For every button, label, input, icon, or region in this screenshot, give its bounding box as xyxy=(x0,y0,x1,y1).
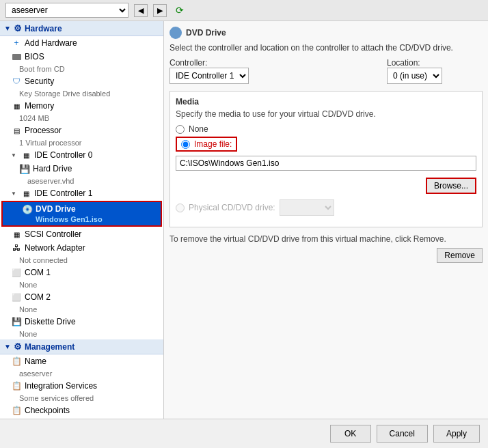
sidebar-item-integration-services[interactable]: 📋 Integration Services xyxy=(0,379,163,393)
sidebar-item-name-value[interactable]: aseserver xyxy=(0,368,163,379)
left-panel: ▼ ⚙ Hardware + Add Hardware BIOS Boot fr… xyxy=(0,21,164,419)
dvd-drive-icon: 💿 xyxy=(22,204,33,214)
bios-icon xyxy=(11,51,22,62)
sidebar-item-key-storage[interactable]: Key Storage Drive disabled xyxy=(0,88,163,99)
sidebar-item-diskette-none[interactable]: None xyxy=(0,328,163,339)
name-value-label: aseserver xyxy=(19,369,52,378)
checkpoints-label: Checkpoints xyxy=(25,406,70,415)
processor-icon: ▤ xyxy=(11,125,22,136)
forward-button[interactable]: ▶ xyxy=(153,4,167,17)
image-file-radio-row: Image file: xyxy=(176,137,237,152)
panel-description: Select the controller and location on th… xyxy=(170,43,483,53)
scsi-icon: ▦ xyxy=(11,229,22,240)
controller-select[interactable]: IDE Controller 1 IDE Controller 0 xyxy=(170,68,249,84)
physical-drive-select xyxy=(280,199,334,216)
apply-button[interactable]: Apply xyxy=(433,425,480,443)
sidebar-item-ide-controller-0[interactable]: ▼ ▦ IDE Controller 0 xyxy=(0,148,163,162)
scsi-label: SCSI Controller xyxy=(25,229,81,239)
sidebar-item-add-hardware[interactable]: + Add Hardware xyxy=(0,36,163,50)
refresh-button[interactable]: ⟳ xyxy=(172,3,187,17)
key-storage-label: Key Storage Drive disabled xyxy=(19,89,110,98)
memory-label: Memory xyxy=(25,101,54,111)
diskette-none-label: None xyxy=(19,330,37,338)
management-section-header[interactable]: ▼ ⚙ Management xyxy=(0,339,163,354)
ide0-expand-icon: ▼ xyxy=(11,152,18,158)
sidebar-item-security[interactable]: 🛡 Security xyxy=(0,74,163,88)
ide0-label: IDE Controller 0 xyxy=(34,150,92,160)
browse-button[interactable]: Browse... xyxy=(426,178,476,194)
dvd-drive-label: DVD Drive xyxy=(36,204,76,214)
sidebar-item-hard-drive[interactable]: 💾 Hard Drive xyxy=(0,162,163,176)
none-radio[interactable] xyxy=(176,125,185,134)
browse-btn-row: Browse... xyxy=(176,178,476,194)
sidebar-item-com1-none[interactable]: None xyxy=(0,279,163,290)
ide0-icon: ▦ xyxy=(21,150,31,160)
management-icon: ⚙ xyxy=(14,341,22,352)
sidebar-item-network-adapter[interactable]: 🖧 Network Adapter xyxy=(0,241,163,255)
hard-drive-label: Hard Drive xyxy=(33,164,72,173)
image-file-radio-label[interactable]: Image file: xyxy=(194,139,232,149)
right-panel: DVD Drive Select the controller and loca… xyxy=(164,21,488,419)
sidebar-item-memory-size[interactable]: 1024 MB xyxy=(0,113,163,124)
physical-row: Physical CD/DVD drive: xyxy=(176,199,476,216)
sidebar-item-processor[interactable]: ▤ Processor xyxy=(0,124,163,137)
remove-button[interactable]: Remove xyxy=(437,248,483,263)
com1-label: COM 1 xyxy=(25,268,51,277)
boot-from-cd-label: Boot from CD xyxy=(19,65,65,73)
image-file-radio[interactable] xyxy=(181,140,190,149)
sidebar-item-virtual-processor[interactable]: 1 Virtual processor xyxy=(0,137,163,148)
memory-icon: ▦ xyxy=(11,100,22,111)
sidebar-item-memory[interactable]: ▦ Memory xyxy=(0,99,163,113)
network-icon: 🖧 xyxy=(11,242,22,253)
ide1-label: IDE Controller 1 xyxy=(34,188,92,198)
sidebar-item-checkpoints[interactable]: 📋 Checkpoints xyxy=(0,404,163,417)
name-label: Name xyxy=(25,356,46,366)
security-icon: 🛡 xyxy=(11,76,22,87)
bios-label: BIOS xyxy=(25,52,44,61)
ide1-icon: ▦ xyxy=(21,188,31,199)
add-hardware-label: Add Hardware xyxy=(25,38,77,48)
aseserver-vhd-label: aseserver.vhd xyxy=(27,177,74,185)
sidebar-item-aseserver-vhd[interactable]: aseserver.vhd xyxy=(0,176,163,186)
sidebar-item-diskette-drive[interactable]: 💾 Diskette Drive xyxy=(0,315,163,328)
server-dropdown[interactable]: aseserver xyxy=(5,3,128,18)
management-expand-icon: ▼ xyxy=(4,343,11,350)
integration-value-label: Some services offered xyxy=(19,394,94,402)
sidebar-item-ide-controller-1[interactable]: ▼ ▦ IDE Controller 1 xyxy=(0,186,163,200)
sidebar-item-bios[interactable]: BIOS xyxy=(0,50,163,64)
cancel-button[interactable]: Cancel xyxy=(377,425,428,443)
memory-size-label: 1024 MB xyxy=(19,114,49,122)
com1-icon: ⬜ xyxy=(11,267,22,278)
back-button[interactable]: ◀ xyxy=(134,4,148,17)
location-select[interactable]: 0 (in use) 1 xyxy=(387,68,442,84)
security-label: Security xyxy=(25,76,54,86)
hardware-section-header[interactable]: ▼ ⚙ Hardware xyxy=(0,21,163,36)
sidebar-item-integration-value[interactable]: Some services offered xyxy=(0,393,163,404)
controller-label: Controller: xyxy=(170,58,379,68)
com2-none-label: None xyxy=(19,305,37,313)
sidebar-item-scsi-controller[interactable]: ▦ SCSI Controller xyxy=(0,227,163,241)
checkpoints-icon: 📋 xyxy=(11,405,22,416)
media-title: Media xyxy=(176,97,476,107)
sidebar-item-boot-from-cd[interactable]: Boot from CD xyxy=(0,64,163,74)
sidebar-item-com2[interactable]: ⬜ COM 2 xyxy=(0,290,163,304)
media-section: Media Specify the media to use for your … xyxy=(170,91,483,227)
none-radio-label[interactable]: None xyxy=(189,124,208,134)
sidebar-item-dvd-drive[interactable]: 💿 DVD Drive Windows Gen1.iso xyxy=(1,201,162,227)
none-radio-row: None xyxy=(176,124,476,134)
ok-button[interactable]: OK xyxy=(330,425,371,443)
image-path-input[interactable] xyxy=(176,156,476,171)
hardware-icon: ⚙ xyxy=(14,23,22,33)
bottom-bar: OK Cancel Apply xyxy=(0,419,488,448)
sidebar-item-name[interactable]: 📋 Name xyxy=(0,354,163,368)
name-icon: 📋 xyxy=(11,356,22,367)
sidebar-item-com2-none[interactable]: None xyxy=(0,304,163,315)
physical-radio-label: Physical CD/DVD drive: xyxy=(189,203,275,212)
sidebar-item-com1[interactable]: ⬜ COM 1 xyxy=(0,266,163,279)
dvd-drive-panel-label: DVD Drive xyxy=(186,28,226,38)
physical-radio[interactable] xyxy=(176,204,185,212)
media-desc: Specify the media to use for your virtua… xyxy=(176,109,476,119)
network-label: Network Adapter xyxy=(25,243,85,253)
hardware-expand-icon: ▼ xyxy=(4,25,11,32)
sidebar-item-not-connected[interactable]: Not connected xyxy=(0,255,163,266)
